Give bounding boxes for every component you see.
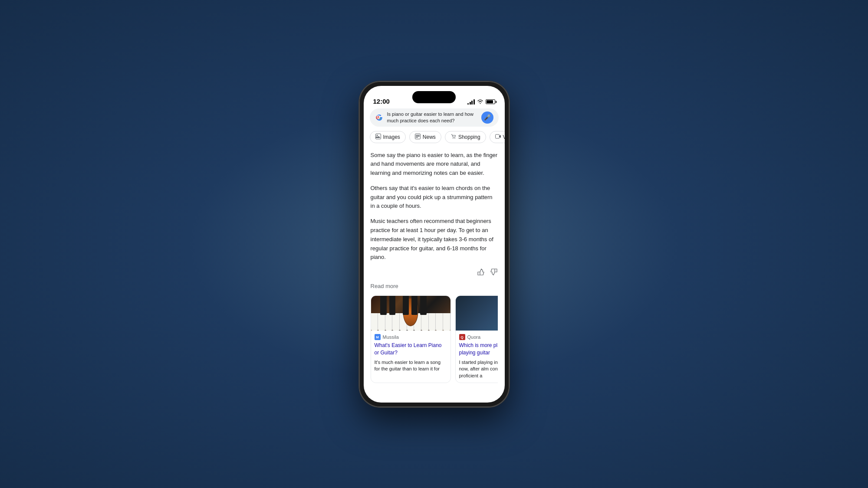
card-title-mussila[interactable]: What's Easier to Learn Piano or Guitar? [371, 342, 450, 359]
read-more-link[interactable]: Read more [371, 283, 498, 289]
tab-images-label: Images [383, 134, 400, 140]
phone-frame: 12:00 [359, 82, 509, 407]
thumbs-up-button[interactable] [477, 268, 485, 278]
search-bar[interactable]: G Is piano or guitar easier to learn and… [370, 108, 499, 127]
images-tab-icon [375, 134, 381, 141]
mussila-favicon: M [375, 334, 381, 340]
phone-device: 12:00 [359, 82, 509, 407]
shopping-tab-icon [450, 134, 456, 141]
svg-point-9 [454, 138, 455, 138]
svg-rect-10 [495, 134, 499, 138]
svg-rect-6 [416, 136, 420, 137]
quora-source-name: Quora [467, 334, 481, 340]
card-snippet-quora: I started playing instruments th now, af… [456, 359, 498, 383]
status-icons [467, 99, 495, 105]
ai-summary-text: Some say the piano is easier to learn, a… [371, 151, 498, 262]
tab-videos[interactable]: Videos [490, 131, 505, 143]
ai-paragraph-3: Music teachers often recommend that begi… [371, 217, 498, 262]
result-cards-row: M Mussila What's Easier to Learn Piano o… [371, 295, 498, 383]
card-image-quora [456, 296, 498, 331]
feedback-row [371, 268, 498, 278]
battery-icon [486, 99, 495, 104]
card-source-mussila: M Mussila [371, 331, 450, 342]
svg-rect-7 [416, 137, 418, 138]
tab-news[interactable]: News [409, 131, 441, 143]
result-card-quora[interactable]: Q Quora Which is more playing piano play… [455, 295, 498, 383]
microphone-button[interactable]: 🎤 [481, 111, 493, 124]
svg-point-8 [453, 138, 454, 138]
mic-icon: 🎤 [484, 114, 491, 121]
result-card-mussila[interactable]: M Mussila What's Easier to Learn Piano o… [371, 295, 451, 383]
card-image-piano-guitar [371, 296, 450, 331]
svg-text:G: G [377, 115, 380, 120]
news-tab-icon [415, 134, 421, 141]
thumbs-down-button[interactable] [490, 268, 498, 278]
status-time: 12:00 [373, 98, 390, 105]
tab-shopping[interactable]: Shopping [445, 131, 486, 143]
tab-shopping-label: Shopping [458, 134, 480, 140]
card-title-quora[interactable]: Which is more playing piano playing guit… [456, 342, 498, 359]
tab-videos-label: Videos [503, 134, 505, 140]
mussila-source-name: Mussila [383, 334, 399, 340]
tab-news-label: News [423, 134, 436, 140]
phone-screen: 12:00 [364, 86, 505, 403]
tab-images[interactable]: Images [370, 131, 406, 143]
search-query: Is piano or guitar easier to learn and h… [387, 111, 478, 124]
ai-paragraph-2: Others say that it's easier to learn cho… [371, 184, 498, 211]
dynamic-island [412, 91, 456, 103]
ai-summary-content: Some say the piano is easier to learn, a… [364, 147, 505, 387]
wifi-icon [477, 99, 483, 105]
filter-tabs: Images News [364, 131, 505, 143]
card-snippet-mussila: It's much easier to learn a song for the… [371, 359, 450, 376]
ai-paragraph-1: Some say the piano is easier to learn, a… [371, 151, 498, 178]
signal-icon [467, 99, 475, 105]
card-source-quora: Q Quora [456, 331, 498, 342]
google-logo: G [375, 113, 384, 122]
videos-tab-icon [495, 134, 501, 141]
quora-favicon: Q [459, 334, 465, 340]
svg-point-3 [376, 134, 378, 136]
svg-rect-2 [375, 134, 381, 139]
svg-rect-5 [416, 135, 420, 136]
